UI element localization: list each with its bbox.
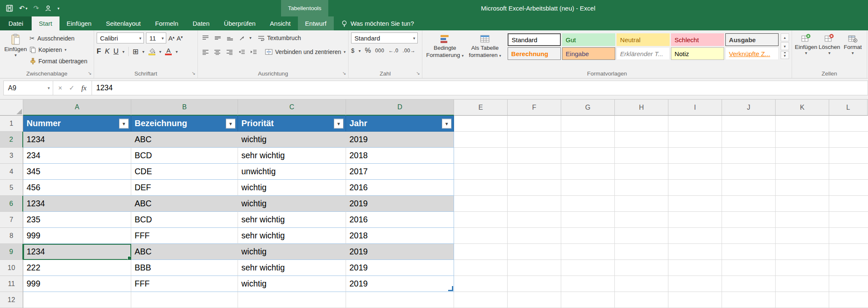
cell-A4[interactable]: 345 [23, 164, 131, 180]
borders-icon[interactable]: ⊞ [132, 47, 138, 56]
comma-style-icon[interactable]: 000 [375, 48, 384, 54]
format-cells-button[interactable]: Format ▾ [841, 32, 864, 69]
fill-color-button[interactable] [148, 48, 155, 55]
cell-C9[interactable]: wichtig [238, 244, 346, 260]
tell-me-box[interactable]: Was möchten Sie tun? [334, 16, 422, 30]
empty-cells[interactable] [454, 180, 868, 196]
orientation-dropdown-icon[interactable]: ▾ [249, 36, 251, 40]
cell-A2[interactable]: 1234 [23, 132, 131, 148]
cell-B2[interactable]: ABC [131, 132, 238, 148]
cell-C2[interactable]: wichtig [238, 132, 346, 148]
tab-ansicht[interactable]: Ansicht [263, 16, 298, 30]
column-header-K[interactable]: K [776, 100, 829, 116]
align-top-icon[interactable] [200, 33, 211, 43]
name-box[interactable]: A9 ▾ [3, 81, 53, 95]
tab-ueberpruefen[interactable]: Überprüfen [217, 16, 263, 30]
paste-button[interactable]: Einfügen ▾ [3, 32, 29, 69]
column-header-B[interactable]: B [131, 100, 238, 116]
row-header-8[interactable]: 8 [0, 228, 23, 244]
cell-D12[interactable] [346, 292, 454, 308]
style-eingabe[interactable]: Eingabe [562, 47, 615, 60]
cell-D9[interactable]: 2019 [346, 244, 454, 260]
tab-einfuegen[interactable]: Einfügen [59, 16, 99, 30]
cell-D10[interactable]: 2019 [346, 260, 454, 276]
empty-cells[interactable] [454, 116, 868, 132]
align-bottom-icon[interactable] [225, 33, 235, 43]
row-header-2[interactable]: 2 [0, 132, 23, 148]
column-header-H[interactable]: H [615, 100, 668, 116]
row-header-5[interactable]: 5 [0, 180, 23, 196]
accounting-dropdown-icon[interactable]: ▾ [359, 49, 361, 53]
confirm-entry-icon[interactable]: ✓ [69, 84, 74, 92]
cell-A11[interactable]: 999 [23, 276, 131, 292]
cell-C6[interactable]: wichtig [238, 196, 346, 212]
cell-A7[interactable]: 235 [23, 212, 131, 228]
dialog-launcher-icon[interactable]: ↘ [192, 70, 195, 76]
empty-cells[interactable] [454, 164, 868, 180]
cell-D8[interactable]: 2018 [346, 228, 454, 244]
row-header-7[interactable]: 7 [0, 212, 23, 228]
cell-D6[interactable]: 2019 [346, 196, 454, 212]
style-ausgabe[interactable]: Ausgabe [725, 33, 779, 46]
tab-formeln[interactable]: Formeln [148, 16, 186, 30]
wrap-text-button[interactable]: Textumbruch [258, 32, 301, 43]
row-header-12[interactable]: 12 [0, 292, 23, 308]
cell-C4[interactable]: unwichtig [238, 164, 346, 180]
empty-cells[interactable] [454, 228, 868, 244]
tab-seitenlayout[interactable]: Seitenlayout [99, 16, 148, 30]
table-header-jahr[interactable]: Jahr ▾ [346, 116, 454, 132]
cell-B10[interactable]: BBB [131, 260, 238, 276]
cell-A10[interactable]: 222 [23, 260, 131, 276]
cell-B12[interactable] [131, 292, 238, 308]
filter-dropdown-button[interactable]: ▾ [442, 119, 452, 128]
column-header-A[interactable]: A [23, 100, 131, 116]
dialog-launcher-icon[interactable]: ↘ [88, 70, 92, 76]
align-center-icon[interactable] [213, 47, 223, 57]
style-schlecht[interactable]: Schlecht [671, 33, 724, 46]
style-neutral[interactable]: Neutral [617, 33, 670, 46]
row-header-11[interactable]: 11 [0, 276, 23, 292]
tab-datei[interactable]: Datei [0, 16, 32, 30]
cell-D2[interactable]: 2019 [346, 132, 454, 148]
cell-C7[interactable]: sehr wichtig [238, 212, 346, 228]
decrease-indent-icon[interactable] [237, 47, 247, 57]
cell-B7[interactable]: BCD [131, 212, 238, 228]
save-icon[interactable] [6, 5, 13, 12]
customize-qat-icon[interactable]: ▾ [57, 6, 59, 11]
cell-B5[interactable]: DEF [131, 180, 238, 196]
decrease-decimal-icon[interactable]: .00→ [403, 48, 416, 54]
filter-dropdown-button[interactable]: ▾ [334, 119, 343, 128]
cell-B4[interactable]: CDE [131, 164, 238, 180]
underline-button[interactable]: U [114, 47, 119, 56]
fill-color-dropdown-icon[interactable]: ▾ [159, 50, 161, 54]
column-header-L[interactable]: L [829, 100, 868, 116]
gallery-more-icon[interactable]: ▾ [781, 51, 789, 59]
gallery-scroll-down-icon[interactable]: ▾ [781, 42, 789, 50]
underline-dropdown-icon[interactable]: ▾ [122, 50, 124, 54]
cell-A8[interactable]: 999 [23, 228, 131, 244]
insert-cells-button[interactable]: Einfügen ▾ [795, 32, 817, 69]
undo-icon[interactable]: ↶▾ [19, 4, 27, 12]
table-header-bezeichnung[interactable]: Bezeichnung ▾ [131, 116, 238, 132]
dialog-launcher-icon[interactable]: ↘ [342, 70, 346, 76]
accounting-format-icon[interactable]: $ [351, 47, 354, 54]
style-gut[interactable]: Gut [562, 33, 615, 46]
conditional-formatting-button[interactable]: Bedingte Formatierung ▾ [425, 32, 465, 69]
style-berechnung[interactable]: Berechnung [508, 47, 561, 60]
number-format-combo[interactable]: Standard ▾ [351, 32, 418, 43]
cell-C12[interactable] [238, 292, 346, 308]
font-color-dropdown-icon[interactable]: ▾ [176, 50, 178, 54]
row-header-10[interactable]: 10 [0, 260, 23, 276]
style-standard[interactable]: Standard [508, 33, 561, 46]
font-size-combo[interactable]: 11 ▾ [146, 32, 166, 43]
cell-D5[interactable]: 2016 [346, 180, 454, 196]
cell-B3[interactable]: BCD [131, 148, 238, 164]
empty-cells[interactable] [454, 196, 868, 212]
user-icon[interactable] [45, 5, 51, 12]
column-header-I[interactable]: I [668, 100, 722, 116]
cell-A12[interactable] [23, 292, 131, 308]
gallery-scroll-up-icon[interactable]: ▴ [781, 33, 789, 41]
tab-start[interactable]: Start [32, 16, 59, 30]
copy-button[interactable]: Kopieren ▾ [30, 44, 87, 55]
cell-D11[interactable]: 2019 [346, 276, 454, 292]
